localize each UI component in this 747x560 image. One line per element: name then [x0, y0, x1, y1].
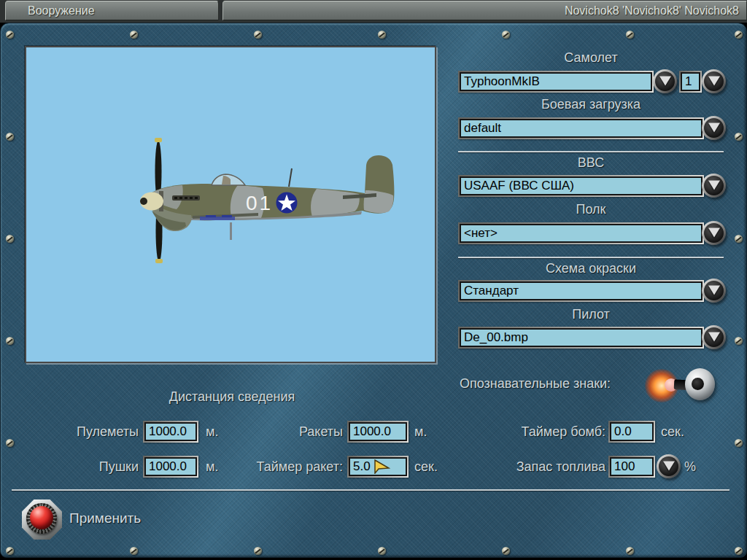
screw-icon [735, 31, 743, 39]
airforce-label: ВВС [458, 155, 724, 171]
pilot-dropdown-button[interactable] [702, 325, 726, 349]
bomb-timer-unit: сек. [661, 424, 684, 440]
screw-icon [378, 547, 386, 555]
separator [458, 257, 724, 258]
player-name: Novichok8 'Novichok8' Novichok8 [565, 4, 739, 18]
aircraft-dropdown-button[interactable] [653, 69, 677, 93]
screw-icon [6, 133, 14, 141]
screw-icon [130, 547, 138, 555]
loadout-select[interactable]: default [458, 117, 704, 139]
screw-icon [735, 547, 743, 555]
screw-icon [735, 337, 743, 345]
screw-icon [6, 439, 14, 447]
aircraft-count-field[interactable]: 1 [679, 71, 702, 93]
tab-armament[interactable]: Вооружение [5, 1, 219, 20]
separator [458, 151, 724, 152]
screw-icon [502, 547, 510, 555]
screw-icon [130, 31, 138, 39]
airforce-select[interactable]: USAAF (ВВС США) [458, 175, 704, 197]
screw-icon [378, 31, 386, 39]
loadout-dropdown-button[interactable] [702, 116, 726, 140]
machine-guns-unit: м. [206, 424, 218, 440]
screw-icon [6, 235, 14, 243]
markings-toggle[interactable] [645, 363, 715, 407]
machine-guns-field[interactable]: 1000.0 [143, 421, 198, 443]
loadout-label: Боевая загрузка [458, 97, 724, 112]
cannons-field[interactable]: 1000.0 [143, 456, 198, 478]
separator [12, 489, 729, 491]
bomb-timer-field[interactable]: 0.0 [608, 421, 655, 443]
paint-scheme-label: Схема окраски [458, 261, 724, 276]
cannons-label: Пушки [42, 459, 139, 475]
bomb-timer-label: Таймер бомб: [509, 424, 605, 440]
mouse-cursor-icon [374, 459, 390, 474]
tab-armament-label: Вооружение [28, 4, 95, 18]
machine-guns-label: Пулеметы [42, 424, 139, 440]
screw-icon [735, 439, 743, 447]
pilot-label: Пилот [458, 307, 724, 322]
paint-scheme-dropdown-button[interactable] [702, 279, 726, 303]
regiment-label: Полк [458, 202, 724, 217]
screw-icon [735, 235, 743, 243]
screw-icon [735, 133, 743, 141]
rockets-field[interactable]: 1000.0 [347, 421, 409, 443]
screw-icon [626, 547, 634, 555]
rockets-label: Ракеты [257, 424, 343, 440]
apply-button-red-icon [30, 506, 53, 529]
screw-icon [254, 31, 262, 39]
fuel-label: Запас топлива [509, 459, 605, 475]
apply-button-label: Применить [69, 510, 141, 526]
screw-icon [626, 31, 634, 39]
aircraft-count-dropdown-button[interactable] [702, 69, 726, 93]
rockets-unit: м. [414, 424, 427, 440]
cannons-unit: м. [206, 459, 218, 475]
screw-icon [6, 337, 14, 345]
rocket-timer-label: Таймер ракет: [248, 459, 343, 475]
screw-icon [254, 547, 262, 555]
screw-icon [6, 547, 14, 555]
aircraft-select[interactable]: TyphoonMkIB [458, 71, 654, 93]
fuel-dropdown-button[interactable] [657, 454, 681, 478]
regiment-dropdown-button[interactable] [702, 221, 726, 245]
toggle-base-icon [685, 368, 715, 400]
apply-button[interactable] [22, 499, 62, 540]
aircraft-preview: 01 [25, 46, 436, 363]
tab-bar: Вооружение Novichok8 'Novichok8' Novicho… [0, 0, 747, 23]
paint-scheme-select[interactable]: Стандарт [458, 280, 704, 302]
rocket-timer-unit: сек. [414, 459, 438, 475]
player-name-bar: Novichok8 'Novichok8' Novichok8 [222, 1, 747, 20]
armament-screen: Вооружение Novichok8 'Novichok8' Novicho… [0, 0, 747, 560]
regiment-select[interactable]: <нет> [458, 222, 704, 244]
tail-number: 01 [246, 192, 273, 214]
pilot-select[interactable]: De_00.bmp [458, 327, 704, 349]
screw-icon [502, 31, 510, 39]
aircraft-image: 01 [26, 47, 435, 362]
fuel-field[interactable]: 100 [608, 456, 655, 478]
screw-icon [6, 31, 14, 39]
airforce-dropdown-button[interactable] [702, 174, 726, 198]
fuel-unit: % [684, 459, 696, 475]
markings-label: Опознавательные знаки: [460, 376, 611, 392]
aircraft-label: Самолет [458, 50, 724, 66]
convergence-title: Дистанция сведения [123, 389, 341, 405]
